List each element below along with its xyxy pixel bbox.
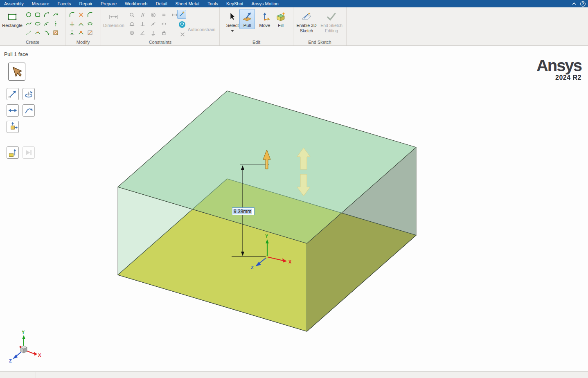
pull-distance-value: 9.38mm xyxy=(233,209,252,214)
select-dropdown-caret-icon[interactable] xyxy=(231,28,234,33)
world-orientation-triad[interactable]: Y X Z xyxy=(9,330,41,363)
go-to-next-face-button[interactable] xyxy=(23,146,35,159)
bend-tool-button[interactable] xyxy=(86,29,94,37)
fillet-tool-button[interactable] xyxy=(68,11,76,19)
symmetry-constraint-button[interactable] xyxy=(160,20,168,28)
revolve-icon xyxy=(23,89,34,99)
rectangle-tool-button[interactable]: Rectangle xyxy=(2,9,22,29)
both-sides-option-button[interactable] xyxy=(7,104,19,117)
corner-tool-button[interactable] xyxy=(77,20,85,28)
parallel-constraint-button[interactable] xyxy=(138,11,146,19)
shade-region-tool-button[interactable] xyxy=(52,29,60,37)
select-tool-button[interactable]: Select xyxy=(224,9,241,34)
circle-tool-button[interactable] xyxy=(25,11,33,19)
construction-line-tool-button[interactable] xyxy=(25,29,33,37)
up-to-option-button[interactable] xyxy=(7,146,19,159)
menu-detail[interactable]: Detail xyxy=(151,0,171,7)
sweep-arrow-icon xyxy=(23,105,34,116)
point-tool-button[interactable] xyxy=(52,20,60,28)
edit-spline-tool-button[interactable] xyxy=(34,29,42,37)
rounded-rectangle-tool-button[interactable] xyxy=(34,11,42,19)
tangent-arc-tool-button[interactable] xyxy=(43,20,51,28)
fill-tool-button[interactable]: Fill xyxy=(273,9,288,29)
menu-repair[interactable]: Repair xyxy=(75,0,97,7)
angle-constraint-button[interactable] xyxy=(138,29,146,37)
menu-sheet-metal[interactable]: Sheet Metal xyxy=(171,0,204,7)
inspect-constraint-button[interactable] xyxy=(128,11,136,19)
offset-tool-button[interactable] xyxy=(86,20,94,28)
sketch-plane-icon xyxy=(300,11,313,23)
menu-ansys-motion[interactable]: Ansys Motion xyxy=(248,0,283,7)
spline-tool-button[interactable] xyxy=(25,20,33,28)
world-y-label: Y xyxy=(22,330,25,335)
midpoint-constraint-button[interactable] xyxy=(149,20,157,28)
trim-tool-button[interactable] xyxy=(77,11,85,19)
select-mode-palette-button[interactable] xyxy=(8,63,25,81)
select-cursor-icon xyxy=(226,11,239,23)
ansys-brand-text: Ansys xyxy=(536,57,581,74)
enable-3d-sketch-label-line1: Enable 3D xyxy=(296,23,316,28)
pull-distance-input[interactable]: 9.38mm xyxy=(232,207,255,215)
menu-facets[interactable]: Facets xyxy=(53,0,75,7)
end-sketch-editing-button[interactable]: End Sketch Editing xyxy=(319,9,344,34)
revolve-option-button[interactable] xyxy=(23,88,35,100)
status-bar-segment xyxy=(0,372,36,378)
dimension-tool-button[interactable]: Dimension xyxy=(103,9,125,29)
menu-workbench[interactable]: Workbench xyxy=(121,0,151,7)
pull-icon xyxy=(241,11,253,23)
menu-tools[interactable]: Tools xyxy=(203,0,222,7)
world-x-label: X xyxy=(38,353,41,358)
create-dimensions-toggle-button[interactable] xyxy=(177,10,186,19)
dimension-icon xyxy=(108,11,120,23)
ansys-logo: Ansys 2024 R2 xyxy=(536,57,581,81)
next-face-icon xyxy=(23,147,34,158)
viewport[interactable]: Y X Z Y X Z xyxy=(0,46,588,371)
ribbon-group-constraints: Dimension xyxy=(101,7,220,45)
bend-line-tool-button[interactable] xyxy=(43,29,51,37)
end-sketch-editing-label-line2: Editing xyxy=(325,28,338,34)
coincident-constraint-button[interactable] xyxy=(128,29,136,37)
delete-curve-tool-button[interactable] xyxy=(77,29,85,37)
collapse-ribbon-icon[interactable] xyxy=(572,1,576,6)
split-tool-button[interactable] xyxy=(68,20,76,28)
ribbon-toolbar: Rectangle xyxy=(0,7,588,46)
lock-constraint-button[interactable] xyxy=(160,29,168,37)
full-pull-option-button[interactable] xyxy=(7,121,19,133)
autoconstrain-label[interactable]: Autoconstrain xyxy=(188,27,221,32)
delete-constraints-button[interactable] xyxy=(178,30,187,38)
three-point-arc-tool-button[interactable] xyxy=(43,11,51,19)
create-constraints-toggle-button[interactable] xyxy=(178,20,186,29)
pull-tool-button[interactable]: Pull xyxy=(239,9,255,29)
ellipse-tool-button[interactable] xyxy=(34,20,42,28)
application-window: Assembly Measure Facets Repair Prepare W… xyxy=(0,0,588,378)
menu-prepare[interactable]: Prepare xyxy=(97,0,121,7)
help-icon[interactable]: ? xyxy=(580,1,586,7)
status-hint: Pull 1 face xyxy=(4,52,28,57)
tangent-constraint-button[interactable] xyxy=(128,20,136,28)
sweep-arc-tool-button[interactable] xyxy=(52,11,60,19)
pull-direction-option-button[interactable] xyxy=(7,88,19,100)
menu-bar: Assembly Measure Facets Repair Prepare W… xyxy=(0,0,588,7)
menu-keyshot[interactable]: KeyShot xyxy=(222,0,248,7)
rectangle-label: Rectangle xyxy=(2,23,23,28)
fix-constraint-button[interactable] xyxy=(149,29,157,37)
pull-label: Pull xyxy=(243,23,251,28)
world-z-label: Z xyxy=(9,358,12,363)
concentric-constraint-button[interactable] xyxy=(149,11,157,19)
move-tool-button[interactable]: Move xyxy=(257,9,273,29)
up-to-icon xyxy=(7,147,18,158)
sweep-option-button[interactable] xyxy=(23,104,35,117)
fill-icon xyxy=(275,11,287,23)
end-sketch-group-label: End Sketch xyxy=(293,40,346,45)
equal-constraint-button[interactable] xyxy=(160,11,168,19)
checkmark-icon xyxy=(325,11,338,23)
enable-3d-sketch-button[interactable]: Enable 3D Sketch xyxy=(295,9,318,34)
project-tool-button[interactable] xyxy=(68,29,76,37)
chamfer-tool-button[interactable] xyxy=(86,11,94,19)
edit-group-label: Edit xyxy=(220,40,293,45)
cursor-icon xyxy=(9,64,24,79)
menu-measure[interactable]: Measure xyxy=(28,0,54,7)
menu-assembly[interactable]: Assembly xyxy=(0,0,28,7)
perpendicular-constraint-button[interactable] xyxy=(138,20,146,28)
modify-group-label: Modify xyxy=(65,40,101,45)
